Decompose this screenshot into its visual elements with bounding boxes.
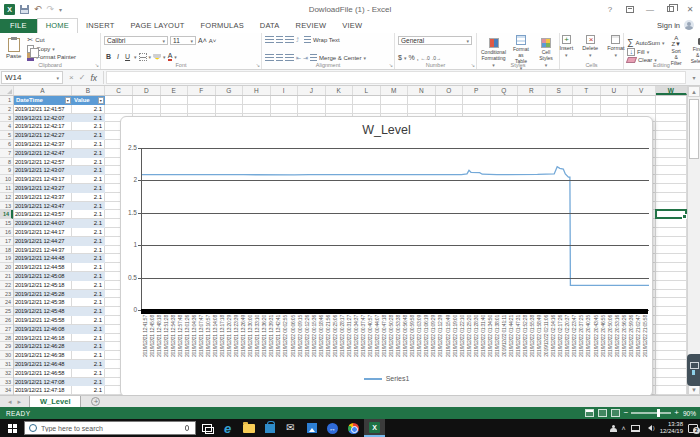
sign-in[interactable]: Sign in (657, 20, 694, 30)
font-size-select[interactable]: 11▾ (170, 36, 196, 45)
comma-style-icon[interactable]: , (417, 54, 419, 61)
taskbar-clock[interactable]: 13:38 12/24/19 (660, 421, 683, 435)
row-header-34[interactable]: 34 (0, 386, 13, 395)
cell-value[interactable]: 2.1 (72, 378, 105, 387)
filter-dropdown-icon[interactable]: ▾ (98, 97, 105, 104)
align-left-icon[interactable] (265, 54, 274, 61)
cell-datetime[interactable]: 2019/12/21 12:45:58 (14, 316, 72, 325)
cell-value[interactable]: 2.1 (72, 369, 105, 378)
sheet-tab-w-level[interactable]: W_Level (29, 396, 81, 408)
microphone-icon[interactable] (185, 425, 189, 431)
percent-style-icon[interactable]: % (408, 54, 414, 61)
task-view-button[interactable] (196, 419, 217, 437)
cell-datetime[interactable]: 2019/12/21 12:44:48 (14, 254, 72, 263)
column-header-s[interactable]: S (546, 86, 574, 95)
page-layout-view-icon[interactable] (598, 409, 607, 417)
cell-value[interactable]: 2.1 (72, 114, 105, 123)
row-header-9[interactable]: 9 (0, 166, 13, 175)
column-header-v[interactable]: V (628, 86, 656, 95)
row-header-17[interactable]: 17 (0, 237, 13, 246)
enter-icon[interactable]: ✓ (79, 73, 86, 82)
cell-value[interactable]: 2.1 (72, 334, 105, 343)
increase-decimal-icon[interactable]: ←.0 (421, 55, 430, 61)
cell-value[interactable]: 2.1 (72, 254, 105, 263)
start-button[interactable] (0, 419, 24, 437)
mail-button[interactable]: ✉ (280, 419, 301, 437)
column-header-b[interactable]: B (72, 86, 105, 95)
action-center-icon[interactable]: 2 (688, 424, 698, 433)
cell-value[interactable]: 2.1 (72, 158, 105, 167)
column-header-u[interactable]: U (601, 86, 629, 95)
row-header-6[interactable]: 6 (0, 140, 13, 149)
number-dialog-launcher[interactable]: ↘ (471, 62, 475, 68)
cell-datetime[interactable]: 2019/12/21 12:43:47 (14, 202, 72, 211)
cell-datetime[interactable]: 2019/12/21 12:45:48 (14, 307, 72, 316)
cell-value[interactable]: 2.1 (72, 202, 105, 211)
cell-value[interactable]: 2.1 (72, 122, 105, 131)
row-header-7[interactable]: 7 (0, 149, 13, 158)
row-header-33[interactable]: 33 (0, 378, 13, 387)
chart-w-level[interactable]: W_Level 00.511.522.5 2019/12/21 12:41:57… (120, 116, 653, 395)
zoom-out-icon[interactable]: − (624, 409, 629, 417)
chrome-button[interactable] (343, 419, 364, 437)
align-center-icon[interactable] (276, 54, 283, 61)
delete-cells-button[interactable]: Delete▾ (579, 35, 601, 58)
column-header-i[interactable]: I (271, 86, 299, 95)
side-panel-handle[interactable] (687, 354, 700, 386)
cell-value[interactable]: 2.1 (72, 246, 105, 255)
cancel-icon[interactable]: × (69, 73, 74, 82)
taskbar-search-input[interactable]: Type here to search (24, 421, 196, 435)
row-header-30[interactable]: 30 (0, 351, 13, 360)
zoom-level[interactable]: 90% (683, 410, 696, 417)
formula-input[interactable] (106, 71, 686, 84)
row-header-25[interactable]: 25 (0, 307, 13, 316)
number-format-select[interactable]: General▾ (398, 36, 472, 45)
sheet-nav-prev-icon[interactable]: ◂ (8, 398, 12, 406)
decrease-font-icon[interactable]: A˅ (209, 38, 217, 44)
cell-datetime[interactable]: 2019/12/21 12:42:17 (14, 122, 72, 131)
row-header-18[interactable]: 18 (0, 246, 13, 255)
scroll-up-icon[interactable]: ▲ (688, 86, 700, 97)
restore-button[interactable] (660, 0, 680, 18)
clipboard-dialog-launcher[interactable]: ↘ (95, 62, 99, 68)
row-header-20[interactable]: 20 (0, 263, 13, 272)
sheet-body[interactable]: 1234567891011121314151617181920212223242… (0, 96, 687, 395)
row-header-15[interactable]: 15 (0, 219, 13, 228)
tab-page-layout[interactable]: PAGE LAYOUT (123, 19, 193, 33)
alignment-dialog-launcher[interactable]: ↘ (389, 62, 393, 68)
cell-datetime[interactable]: 2019/12/21 12:46:38 (14, 351, 72, 360)
row-header-24[interactable]: 24 (0, 298, 13, 307)
cell-datetime[interactable]: 2019/12/21 12:45:28 (14, 290, 72, 299)
row-header-22[interactable]: 22 (0, 281, 13, 290)
tab-data[interactable]: DATA (252, 19, 288, 33)
selected-cell-w14[interactable] (655, 209, 687, 219)
column-header-j[interactable]: J (298, 86, 326, 95)
cell-datetime[interactable]: 2019/12/21 12:43:17 (14, 175, 72, 184)
row-header-31[interactable]: 31 (0, 360, 13, 369)
cell-datetime[interactable]: 2019/12/21 12:46:48 (14, 360, 72, 369)
undo-icon[interactable]: ↶ (34, 5, 42, 14)
cell-datetime[interactable]: 2019/12/21 12:43:07 (14, 166, 72, 175)
column-header-w[interactable]: W (656, 86, 688, 95)
cell-datetime[interactable]: 2019/12/21 12:46:18 (14, 334, 72, 343)
fill-button[interactable]: Fill▾ (627, 48, 665, 56)
column-header-n[interactable]: N (408, 86, 436, 95)
bottom-align-icon[interactable] (285, 36, 294, 43)
cell-value[interactable]: 2.1 (72, 386, 105, 395)
cell-datetime[interactable]: 2019/12/21 12:45:38 (14, 298, 72, 307)
cell-value[interactable]: 2.1 (72, 149, 105, 158)
cell-datetime[interactable]: 2019/12/21 12:44:37 (14, 246, 72, 255)
cell-datetime[interactable]: 2019/12/21 12:43:27 (14, 184, 72, 193)
cell-value[interactable]: 2.1 (72, 105, 105, 114)
page-break-view-icon[interactable] (611, 409, 620, 417)
file-explorer-button[interactable] (238, 419, 259, 437)
row-header-11[interactable]: 11 (0, 184, 13, 193)
cell-datetime[interactable]: 2019/12/21 12:44:07 (14, 219, 72, 228)
font-color-icon[interactable]: A (168, 52, 173, 61)
tab-view[interactable]: VIEW (334, 19, 370, 33)
speaker-icon[interactable]: ) (645, 425, 655, 431)
new-sheet-icon[interactable]: + (91, 397, 100, 406)
cell-datetime[interactable]: 2019/12/21 12:46:08 (14, 325, 72, 334)
network-icon[interactable] (631, 425, 640, 432)
cell-datetime[interactable]: 2019/12/21 12:46:28 (14, 342, 72, 351)
